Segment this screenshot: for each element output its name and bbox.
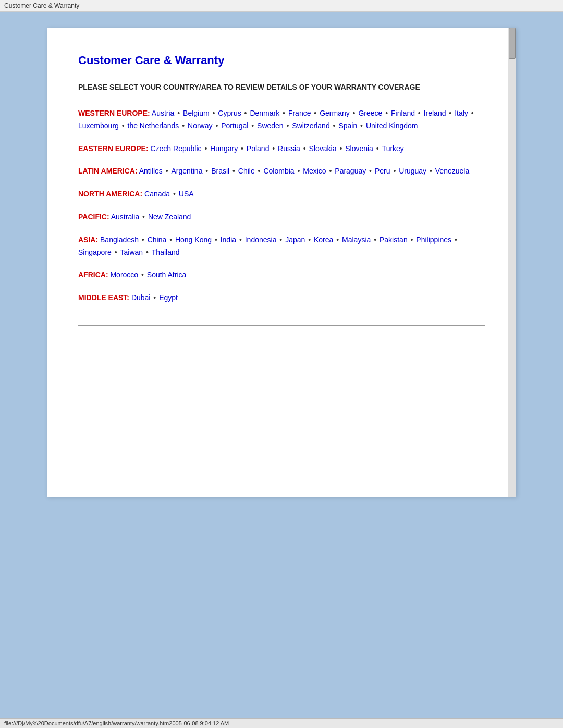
- country-link-norway[interactable]: Norway: [188, 121, 212, 130]
- bullet: •: [211, 109, 217, 117]
- country-link-the-netherlands[interactable]: the Netherlands: [128, 121, 179, 130]
- bullet: •: [280, 109, 287, 117]
- country-link-italy[interactable]: Italy: [455, 109, 468, 117]
- country-link-morocco[interactable]: Morocco: [110, 270, 138, 279]
- country-link-hong-kong[interactable]: Hong Kong: [175, 236, 212, 244]
- country-link-united-kingdom[interactable]: United Kingdom: [366, 121, 418, 130]
- bullet: •: [383, 109, 390, 117]
- country-link-hungary[interactable]: Hungary: [210, 144, 238, 153]
- country-link-switzerland[interactable]: Switzerland: [292, 121, 329, 130]
- bullet: •: [327, 167, 334, 175]
- bullet: •: [447, 109, 454, 117]
- country-link-germany[interactable]: Germany: [320, 109, 350, 117]
- bullet: •: [296, 167, 302, 175]
- country-link-luxembourg[interactable]: Luxembourg: [78, 121, 119, 130]
- bullet: •: [301, 144, 308, 153]
- bullet: •: [175, 109, 182, 117]
- country-link-argentina[interactable]: Argentina: [172, 167, 203, 175]
- regions-container: WESTERN EUROPE: Austria • Belgium • Cypr…: [78, 107, 485, 304]
- country-link-austria[interactable]: Austria: [152, 109, 175, 117]
- bullet: •: [427, 167, 434, 175]
- bullet: •: [171, 190, 178, 198]
- country-link-malaysia[interactable]: Malaysia: [342, 236, 371, 244]
- country-link-china[interactable]: China: [148, 236, 167, 244]
- status-bar-url: file:///D|/My%20Documents/dfu/A7/english…: [4, 720, 229, 726]
- country-link-taiwan[interactable]: Taiwan: [120, 248, 143, 256]
- country-link-peru[interactable]: Peru: [375, 167, 390, 175]
- country-link-antilles[interactable]: Antilles: [139, 167, 163, 175]
- country-link-pakistan[interactable]: Pakistan: [380, 236, 408, 244]
- country-link-poland[interactable]: Poland: [247, 144, 270, 153]
- country-link-dubai[interactable]: Dubai: [131, 293, 151, 302]
- country-link-usa[interactable]: USA: [179, 190, 194, 198]
- country-link-slovakia[interactable]: Slovakia: [309, 144, 337, 153]
- bullet: •: [372, 236, 378, 244]
- country-link-new-zealand[interactable]: New Zealand: [148, 213, 191, 221]
- country-link-finland[interactable]: Finland: [391, 109, 415, 117]
- bullet: •: [270, 144, 277, 153]
- country-link-belgium[interactable]: Belgium: [183, 109, 210, 117]
- country-link-mexico[interactable]: Mexico: [303, 167, 326, 175]
- bullet: •: [452, 236, 457, 244]
- region-label-pacific: PACIFIC:: [78, 213, 109, 221]
- bullet: •: [312, 109, 319, 117]
- country-link-spain[interactable]: Spain: [338, 121, 357, 130]
- title-bar: Customer Care & Warranty: [0, 0, 563, 12]
- country-link-paraguay[interactable]: Paraguay: [335, 167, 366, 175]
- bullet: •: [230, 167, 237, 175]
- bullet: •: [144, 248, 151, 256]
- bullet: •: [214, 121, 221, 130]
- country-link-chile[interactable]: Chile: [238, 167, 255, 175]
- bullet: •: [358, 121, 365, 130]
- country-link-cyprus[interactable]: Cyprus: [218, 109, 241, 117]
- country-link-india[interactable]: India: [221, 236, 236, 244]
- country-link-russia[interactable]: Russia: [278, 144, 300, 153]
- country-link-brasil[interactable]: Brasil: [211, 167, 229, 175]
- country-link-sweden[interactable]: Sweden: [257, 121, 284, 130]
- region-label-north-america: NORTH AMERICA:: [78, 190, 142, 198]
- country-link-czech-republic[interactable]: Czech Republic: [150, 144, 201, 153]
- country-link-greece[interactable]: Greece: [358, 109, 382, 117]
- status-bar: file:///D|/My%20Documents/dfu/A7/english…: [0, 718, 563, 728]
- divider: [78, 325, 485, 326]
- country-link-colombia[interactable]: Colombia: [263, 167, 294, 175]
- country-link-philippines[interactable]: Philippines: [416, 236, 451, 244]
- bullet: •: [139, 270, 146, 279]
- region-pacific: PACIFIC: Australia • New Zealand: [78, 211, 485, 224]
- country-link-turkey[interactable]: Turkey: [382, 144, 404, 153]
- country-link-indonesia[interactable]: Indonesia: [245, 236, 277, 244]
- country-link-bangladesh[interactable]: Bangladesh: [100, 236, 139, 244]
- bullet: •: [331, 121, 338, 130]
- bullet: •: [113, 248, 119, 256]
- country-link-singapore[interactable]: Singapore: [78, 248, 112, 256]
- country-link-egypt[interactable]: Egypt: [159, 293, 178, 302]
- country-link-south-africa[interactable]: South Africa: [147, 270, 187, 279]
- country-link-portugal[interactable]: Portugal: [221, 121, 248, 130]
- bullet: •: [140, 213, 147, 221]
- region-north-america: NORTH AMERICA: Canada • USA: [78, 188, 485, 201]
- country-link-ireland[interactable]: Ireland: [424, 109, 446, 117]
- country-link-canada[interactable]: Canada: [144, 190, 170, 198]
- bullet: •: [285, 121, 291, 130]
- scrollbar-thumb[interactable]: [509, 28, 516, 59]
- scrollbar[interactable]: [508, 28, 516, 497]
- country-link-denmark[interactable]: Denmark: [250, 109, 279, 117]
- bullet: •: [338, 144, 345, 153]
- country-link-france[interactable]: France: [288, 109, 311, 117]
- region-latin-america: LATIN AMERICA: Antilles • Argentina • Br…: [78, 165, 485, 178]
- bullet: •: [203, 144, 210, 153]
- region-middle-east: MIDDLE EAST: Dubai • Egypt: [78, 292, 485, 304]
- bullet: •: [237, 236, 244, 244]
- country-link-venezuela[interactable]: Venezuela: [435, 167, 469, 175]
- country-link-uruguay[interactable]: Uruguay: [399, 167, 426, 175]
- bullet: •: [239, 144, 246, 153]
- country-link-thailand[interactable]: Thailand: [152, 248, 180, 256]
- bullet: •: [203, 167, 210, 175]
- region-eastern-europe: EASTERN EUROPE: Czech Republic • Hungary…: [78, 143, 485, 155]
- country-link-slovenia[interactable]: Slovenia: [345, 144, 373, 153]
- country-link-japan[interactable]: Japan: [285, 236, 305, 244]
- country-link-australia[interactable]: Australia: [111, 213, 139, 221]
- bullet: •: [180, 121, 187, 130]
- region-label-latin-america: LATIN AMERICA:: [78, 167, 138, 175]
- country-link-korea[interactable]: Korea: [314, 236, 333, 244]
